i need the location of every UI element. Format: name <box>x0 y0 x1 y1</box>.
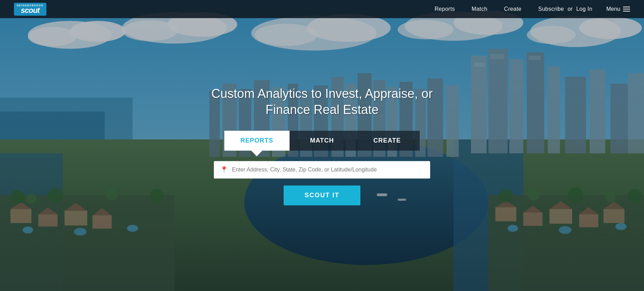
hero-section: Custom Analytics to Invest, Appraise, or… <box>200 86 444 206</box>
nav-menu[interactable]: Menu <box>606 6 630 12</box>
logo-scout-text: scout <box>21 7 40 14</box>
nav-links: Reports Match Create Subscribe or Log In <box>435 6 592 12</box>
nav-item-reports[interactable]: Reports <box>435 6 455 12</box>
hero-title: Custom Analytics to Invest, Appraise, or… <box>200 86 444 118</box>
nav-link-match[interactable]: Match <box>472 6 487 12</box>
nav-item-auth: Subscribe or Log In <box>538 6 592 12</box>
tab-reports[interactable]: REPORTS <box>224 131 290 151</box>
navbar: NEIGHBORHOOD scout Reports Match Create … <box>0 0 644 18</box>
nav-item-match[interactable]: Match <box>472 6 487 12</box>
nav-login-link[interactable]: Log In <box>576 6 592 12</box>
logo-area: NEIGHBORHOOD scout <box>14 3 46 16</box>
search-input[interactable] <box>232 167 424 173</box>
nav-link-reports[interactable]: Reports <box>435 6 455 12</box>
search-box: 📍 <box>214 161 430 178</box>
hamburger-icon <box>623 7 630 12</box>
tab-switcher: REPORTS MATCH CREATE <box>224 131 420 151</box>
scout-it-button[interactable]: SCOUT IT <box>284 185 360 205</box>
nav-link-create[interactable]: Create <box>504 6 522 12</box>
nav-or-text: or <box>568 6 572 12</box>
tab-match[interactable]: MATCH <box>290 131 355 151</box>
nav-item-create[interactable]: Create <box>504 6 522 12</box>
nav-subscribe-link[interactable]: Subscribe <box>538 6 564 12</box>
tab-create[interactable]: CREATE <box>354 131 420 151</box>
location-pin-icon: 📍 <box>220 166 228 174</box>
nav-menu-label: Menu <box>606 6 620 12</box>
logo-box: NEIGHBORHOOD scout <box>14 3 46 16</box>
